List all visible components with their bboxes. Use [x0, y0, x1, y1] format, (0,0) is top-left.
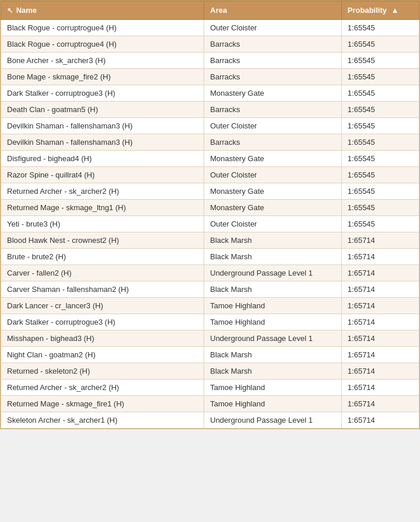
cell-name: Razor Spine - quillrat4 (H) [1, 167, 204, 183]
cell-probability: 1:65545 [341, 69, 419, 85]
table-row: Dark Lancer - cr_lancer3 (H)Tamoe Highla… [1, 298, 419, 314]
cell-area: Tamoe Highland [204, 314, 342, 330]
cell-name: Misshapen - bighead3 (H) [1, 330, 204, 347]
cell-area: Outer Cloister [204, 20, 342, 36]
cell-probability: 1:65714 [341, 265, 419, 281]
table-row: Blood Hawk Nest - crownest2 (H)Black Mar… [1, 232, 419, 249]
table-row: Black Rogue - corruptrogue4 (H)Outer Clo… [1, 20, 419, 36]
data-table: ↖ Name Area Probability ▲ Black Rogue - … [0, 0, 420, 429]
cell-name: Yeti - brute3 (H) [1, 216, 204, 232]
cell-probability: 1:65545 [341, 53, 419, 69]
table-row: Yeti - brute3 (H)Outer Cloister1:65545 [1, 216, 419, 232]
cell-name: Carver - fallen2 (H) [1, 265, 204, 281]
cell-probability: 1:65714 [341, 249, 419, 265]
cell-name: Devilkin Shaman - fallenshaman3 (H) [1, 118, 204, 134]
cell-area: Underground Passage Level 1 [204, 265, 342, 281]
cell-area: Black Marsh [204, 347, 342, 363]
table-row: Skeleton Archer - sk_archer1 (H)Undergro… [1, 412, 419, 429]
cell-probability: 1:65545 [341, 183, 419, 200]
cell-probability: 1:65545 [341, 167, 419, 183]
table-row: Brute - brute2 (H)Black Marsh1:65714 [1, 249, 419, 265]
cell-probability: 1:65714 [341, 396, 419, 412]
cell-probability: 1:65714 [341, 232, 419, 249]
table-row: Returned Mage - skmage_fire1 (H)Tamoe Hi… [1, 396, 419, 412]
cell-probability: 1:65545 [341, 102, 419, 118]
cell-name: Returned Archer - sk_archer2 (H) [1, 380, 204, 396]
cell-probability: 1:65545 [341, 216, 419, 232]
table-row: Devilkin Shaman - fallenshaman3 (H)Outer… [1, 118, 419, 134]
cell-name: Dark Stalker - corruptrogue3 (H) [1, 85, 204, 102]
cell-area: Underground Passage Level 1 [204, 412, 342, 429]
cell-probability: 1:65545 [341, 200, 419, 216]
column-header-area[interactable]: Area [204, 1, 342, 20]
cell-name: Carver Shaman - fallenshaman2 (H) [1, 281, 204, 298]
column-header-probability[interactable]: Probability ▲ [341, 1, 419, 20]
cell-probability: 1:65714 [341, 380, 419, 396]
table-row: Bone Mage - skmage_fire2 (H)Barracks1:65… [1, 69, 419, 85]
cell-probability: 1:65545 [341, 118, 419, 134]
table-row: Black Rogue - corruptrogue4 (H)Barracks1… [1, 36, 419, 53]
cell-area: Outer Cloister [204, 216, 342, 232]
cell-name: Brute - brute2 (H) [1, 249, 204, 265]
cell-probability: 1:65545 [341, 20, 419, 36]
cell-area: Monastery Gate [204, 183, 342, 200]
cell-area: Black Marsh [204, 232, 342, 249]
table-row: Death Clan - goatman5 (H)Barracks1:65545 [1, 102, 419, 118]
table-row: Devilkin Shaman - fallenshaman3 (H)Barra… [1, 134, 419, 151]
cell-name: Disfigured - bighead4 (H) [1, 151, 204, 167]
cell-probability: 1:65545 [341, 134, 419, 151]
cell-area: Barracks [204, 53, 342, 69]
table-row: Dark Stalker - corruptrogue3 (H)Monaster… [1, 85, 419, 102]
cell-probability: 1:65714 [341, 347, 419, 363]
cell-name: Skeleton Archer - sk_archer1 (H) [1, 412, 204, 429]
cell-area: Black Marsh [204, 363, 342, 380]
cell-area: Black Marsh [204, 249, 342, 265]
cell-area: Monastery Gate [204, 85, 342, 102]
table-row: Returned - skeleton2 (H)Black Marsh1:657… [1, 363, 419, 380]
cell-area: Tamoe Highland [204, 298, 342, 314]
cell-name: Black Rogue - corruptrogue4 (H) [1, 36, 204, 53]
cell-name: Blood Hawk Nest - crownest2 (H) [1, 232, 204, 249]
cell-name: Night Clan - goatman2 (H) [1, 347, 204, 363]
table-row: Bone Archer - sk_archer3 (H)Barracks1:65… [1, 53, 419, 69]
table-row: Disfigured - bighead4 (H)Monastery Gate1… [1, 151, 419, 167]
cell-area: Underground Passage Level 1 [204, 330, 342, 347]
cell-name: Black Rogue - corruptrogue4 (H) [1, 20, 204, 36]
cell-area: Tamoe Highland [204, 380, 342, 396]
cell-area: Outer Cloister [204, 118, 342, 134]
table-row: Carver Shaman - fallenshaman2 (H)Black M… [1, 281, 419, 298]
cell-area: Barracks [204, 69, 342, 85]
cell-probability: 1:65714 [341, 363, 419, 380]
cell-area: Tamoe Highland [204, 396, 342, 412]
cell-probability: 1:65714 [341, 412, 419, 429]
cell-name: Returned Mage - skmage_fire1 (H) [1, 396, 204, 412]
cell-name: Dark Lancer - cr_lancer3 (H) [1, 298, 204, 314]
cell-name: Returned - skeleton2 (H) [1, 363, 204, 380]
table-row: Dark Stalker - corruptrogue3 (H)Tamoe Hi… [1, 314, 419, 330]
cell-name: Returned Archer - sk_archer2 (H) [1, 183, 204, 200]
cursor-icon: ↖ [7, 6, 13, 15]
cell-name: Bone Archer - sk_archer3 (H) [1, 53, 204, 69]
cell-area: Barracks [204, 36, 342, 53]
table-row: Returned Archer - sk_archer2 (H)Monaster… [1, 183, 419, 200]
cell-area: Barracks [204, 102, 342, 118]
cell-probability: 1:65545 [341, 85, 419, 102]
cell-probability: 1:65714 [341, 298, 419, 314]
table-row: Night Clan - goatman2 (H)Black Marsh1:65… [1, 347, 419, 363]
cell-area: Monastery Gate [204, 200, 342, 216]
cell-probability: 1:65714 [341, 314, 419, 330]
column-header-name[interactable]: ↖ Name [1, 1, 204, 20]
table-row: Carver - fallen2 (H)Underground Passage … [1, 265, 419, 281]
cell-name: Dark Stalker - corruptrogue3 (H) [1, 314, 204, 330]
cell-probability: 1:65545 [341, 151, 419, 167]
table-row: Razor Spine - quillrat4 (H)Outer Cloiste… [1, 167, 419, 183]
cell-area: Black Marsh [204, 281, 342, 298]
cell-probability: 1:65714 [341, 281, 419, 298]
cell-name: Bone Mage - skmage_fire2 (H) [1, 69, 204, 85]
cell-probability: 1:65714 [341, 330, 419, 347]
cell-name: Death Clan - goatman5 (H) [1, 102, 204, 118]
cell-area: Barracks [204, 134, 342, 151]
cell-name: Devilkin Shaman - fallenshaman3 (H) [1, 134, 204, 151]
cell-probability: 1:65545 [341, 36, 419, 53]
table-row: Misshapen - bighead3 (H)Underground Pass… [1, 330, 419, 347]
